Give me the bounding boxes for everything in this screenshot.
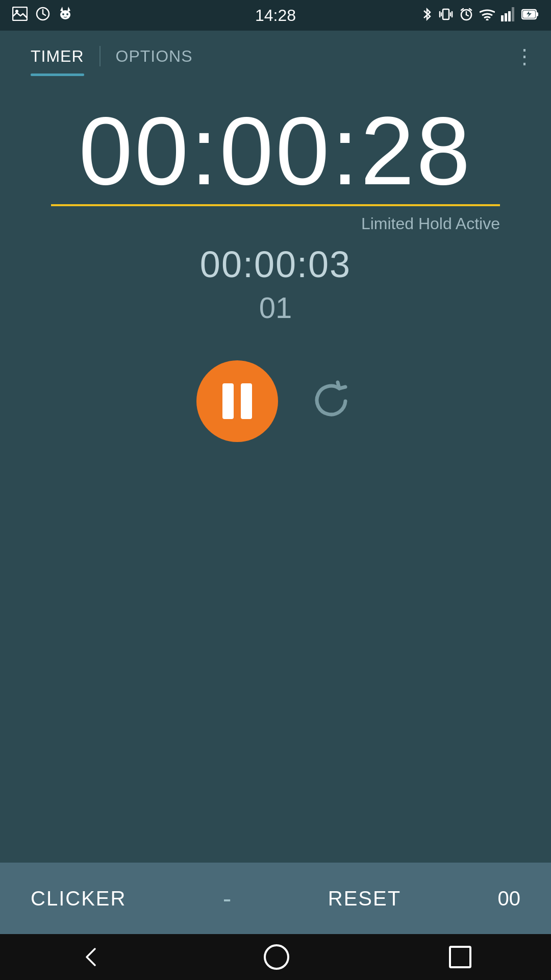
pause-icon xyxy=(222,383,252,419)
back-arrow-icon xyxy=(80,945,104,969)
bluetooth-icon xyxy=(421,7,433,23)
limited-hold-label: Limited Hold Active xyxy=(51,214,500,233)
svg-point-5 xyxy=(60,10,70,19)
bottom-count-display: 00 xyxy=(497,887,520,910)
pause-bar-left xyxy=(222,383,234,419)
vibrate-icon xyxy=(439,7,453,23)
cat-icon xyxy=(58,7,72,24)
clicker-button[interactable]: CLICKER xyxy=(31,887,126,910)
pause-bar-right xyxy=(241,383,252,419)
pause-button[interactable] xyxy=(196,360,278,442)
nav-bar xyxy=(0,934,551,980)
svg-line-19 xyxy=(469,9,471,10)
reset-icon-button[interactable] xyxy=(309,378,355,424)
svg-rect-22 xyxy=(505,13,507,21)
app-container: 14:28 xyxy=(0,0,551,980)
wifi-icon xyxy=(480,8,495,22)
svg-rect-10 xyxy=(443,9,449,19)
status-bar-right-icons xyxy=(421,7,539,23)
bottom-action-bar: CLICKER - RESET 00 xyxy=(0,863,551,934)
svg-point-9 xyxy=(66,13,68,15)
tab-bar: TIMER OPTIONS ⋮ xyxy=(0,31,551,82)
minus-button[interactable]: - xyxy=(223,884,232,913)
bottom-reset-button[interactable]: RESET xyxy=(328,887,401,910)
svg-line-17 xyxy=(466,15,468,16)
main-content: 00:00:28 Limited Hold Active 00:00:03 01 xyxy=(0,82,551,980)
overflow-menu-button[interactable]: ⋮ xyxy=(514,46,536,66)
home-circle-icon xyxy=(264,944,289,970)
recents-square-icon xyxy=(449,946,471,968)
svg-rect-24 xyxy=(512,7,514,21)
nav-home-button[interactable] xyxy=(264,944,289,970)
svg-point-8 xyxy=(62,13,64,15)
clock-icon xyxy=(36,7,50,24)
svg-marker-6 xyxy=(60,7,63,12)
nav-recents-button[interactable] xyxy=(449,946,471,968)
timer-underline xyxy=(51,204,500,206)
svg-line-4 xyxy=(43,14,45,15)
svg-rect-21 xyxy=(501,15,504,21)
svg-point-20 xyxy=(486,19,489,21)
battery-icon xyxy=(521,9,539,22)
reset-arrow-icon xyxy=(309,378,355,424)
svg-rect-23 xyxy=(508,11,511,21)
secondary-timer-display: 00:00:03 xyxy=(200,243,351,285)
svg-rect-27 xyxy=(536,12,538,16)
nav-back-button[interactable] xyxy=(80,945,104,969)
controls-row xyxy=(196,360,355,442)
tab-timer[interactable]: TIMER xyxy=(15,37,99,76)
svg-marker-7 xyxy=(67,7,70,12)
signal-icon xyxy=(501,7,515,23)
status-bar: 14:28 xyxy=(0,0,551,31)
main-timer-display: 00:00:28 xyxy=(79,102,472,199)
tab-options[interactable]: OPTIONS xyxy=(101,37,208,76)
image-icon xyxy=(12,7,28,24)
counter-display: 01 xyxy=(259,290,292,325)
status-bar-left-icons xyxy=(12,7,72,24)
alarm-icon xyxy=(459,7,473,23)
svg-line-18 xyxy=(461,9,463,10)
status-time: 14:28 xyxy=(255,6,296,25)
